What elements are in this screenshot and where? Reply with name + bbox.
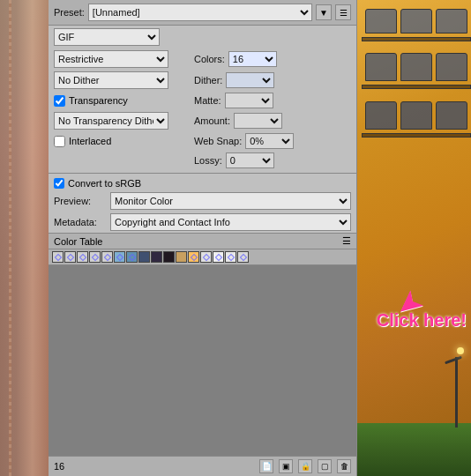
snap-web-icon[interactable]: ▢ xyxy=(318,459,332,473)
preview-row: Preview: Monitor Color xyxy=(49,190,356,212)
transparency-label: Transparency xyxy=(69,95,128,106)
duplicate-color-icon[interactable]: ▣ xyxy=(279,459,293,473)
dither-right-label: Dither: xyxy=(194,75,222,86)
metadata-select[interactable]: Copyright and Contact Info xyxy=(110,213,351,231)
delete-color-icon[interactable]: 🗑 xyxy=(337,459,351,473)
preset-select[interactable]: [Unnamed] xyxy=(88,4,312,21)
color-reduction-select[interactable]: Restrictive xyxy=(54,50,168,68)
convert-srgb-checkbox[interactable] xyxy=(54,178,64,189)
color-table-area xyxy=(49,265,356,456)
color-table-header: Color Table ☰ xyxy=(49,233,356,249)
color-reduction-row: Restrictive Colors: 16 xyxy=(49,48,356,70)
dither-row: No Dither Dither: xyxy=(49,70,356,91)
lossy-select[interactable]: 0 xyxy=(226,152,274,168)
amount-select[interactable] xyxy=(234,113,282,129)
color-table-menu-btn[interactable]: ☰ xyxy=(342,235,351,247)
format-row: GIF xyxy=(49,26,356,48)
lock-color-icon[interactable]: 🔒 xyxy=(298,459,312,473)
transparency-dither-row: No Transparency Dither Amount: xyxy=(49,110,356,131)
preset-row: Preset: [Unnamed] ▼ ☰ xyxy=(49,0,356,26)
interlaced-checkbox[interactable] xyxy=(54,136,65,147)
color-swatch[interactable] xyxy=(89,251,101,263)
metadata-row: Metadata: Copyright and Contact Info xyxy=(49,212,356,233)
color-swatch[interactable] xyxy=(52,251,64,263)
right-photo: Click here! ➤ xyxy=(357,0,471,476)
color-swatch[interactable] xyxy=(151,251,162,263)
interlaced-row: Interlaced Web Snap: 0% xyxy=(49,131,356,151)
swatch-row xyxy=(49,249,356,265)
transparency-row: Transparency Matte: xyxy=(49,91,356,110)
web-snap-select[interactable]: 0% xyxy=(245,133,294,149)
matte-select[interactable] xyxy=(225,93,273,108)
colors-label: Colors: xyxy=(194,54,225,64)
color-swatch[interactable] xyxy=(163,251,175,263)
preset-options-btn[interactable]: ☰ xyxy=(335,4,351,20)
color-swatch[interactable] xyxy=(101,251,113,263)
metadata-label: Metadata: xyxy=(54,217,107,227)
color-swatch[interactable] xyxy=(114,251,125,263)
color-table-bottom: 16 📄 ▣ 🔒 ▢ 🗑 xyxy=(49,456,356,476)
color-swatch[interactable] xyxy=(237,251,249,263)
preview-select[interactable]: Monitor Color xyxy=(110,192,351,210)
preview-label: Preview: xyxy=(54,196,107,206)
color-swatch[interactable] xyxy=(225,251,236,263)
convert-srgb-label: Convert to sRGB xyxy=(68,178,141,189)
lossy-row: Lossy: 0 xyxy=(49,151,356,170)
new-color-icon[interactable]: 📄 xyxy=(259,459,273,473)
transparency-dither-select[interactable]: No Transparency Dither xyxy=(54,112,168,130)
dither-amount-select[interactable] xyxy=(226,72,274,88)
color-swatch[interactable] xyxy=(77,251,88,263)
left-image-strip xyxy=(0,0,49,476)
color-swatch[interactable] xyxy=(64,251,76,263)
color-swatch[interactable] xyxy=(138,251,150,263)
color-table-label: Color Table xyxy=(54,236,102,247)
main-panel: Preset: [Unnamed] ▼ ☰ GIF Restrictive Co… xyxy=(49,0,357,476)
color-swatch[interactable] xyxy=(126,251,138,263)
convert-srgb-row: Convert to sRGB xyxy=(49,176,356,190)
amount-label: Amount: xyxy=(194,115,230,126)
transparency-checkbox[interactable] xyxy=(54,95,65,107)
format-select[interactable]: GIF xyxy=(54,28,160,46)
color-swatch[interactable] xyxy=(188,251,199,263)
color-swatch[interactable] xyxy=(176,251,187,263)
dither-select[interactable]: No Dither xyxy=(54,71,168,89)
color-swatch[interactable] xyxy=(213,251,224,263)
preset-menu-btn[interactable]: ▼ xyxy=(316,4,332,20)
colors-select[interactable]: 16 xyxy=(228,51,277,67)
divider-1 xyxy=(49,173,356,174)
matte-label: Matte: xyxy=(194,95,221,106)
color-swatch[interactable] xyxy=(200,251,212,263)
color-count: 16 xyxy=(54,461,64,472)
lossy-label: Lossy: xyxy=(194,155,222,166)
web-snap-label: Web Snap: xyxy=(194,136,242,146)
preset-label: Preset: xyxy=(54,7,85,18)
interlaced-label: Interlaced xyxy=(69,136,111,146)
